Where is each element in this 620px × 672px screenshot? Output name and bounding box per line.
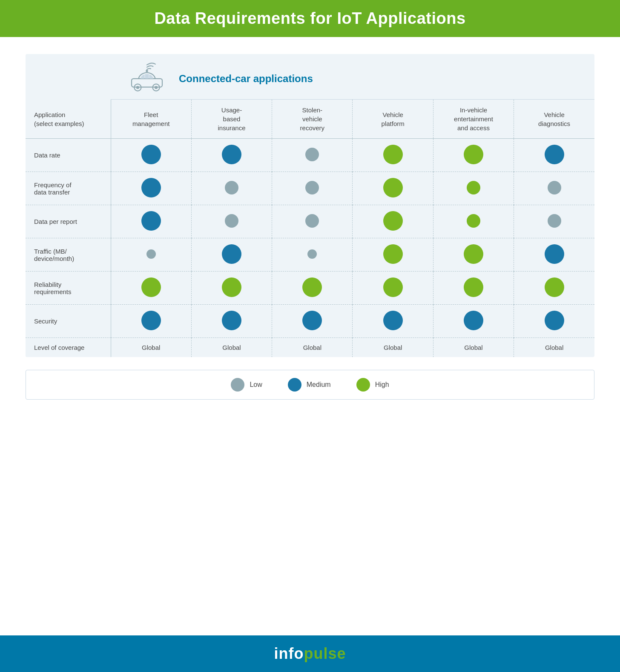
page-title: Data Requirements for IoT Applications <box>17 9 603 28</box>
legend-medium-label: Medium <box>307 381 331 389</box>
table-wrapper: Connected-car applications Application (… <box>26 54 594 357</box>
connected-car-header: Connected-car applications <box>111 54 594 100</box>
level-circle <box>141 311 161 330</box>
table-header-row: Application (select examples) Fleet mana… <box>26 100 594 139</box>
data-cell <box>272 238 353 272</box>
coverage-value: Global <box>384 344 402 351</box>
table-row: Security <box>26 305 594 338</box>
level-circle <box>225 181 238 194</box>
data-cell <box>111 238 191 272</box>
data-cell <box>353 205 433 238</box>
level-circle <box>225 214 238 228</box>
level-circle <box>383 178 403 197</box>
legend-high: High <box>356 378 389 392</box>
data-cell <box>272 272 353 305</box>
level-circle <box>464 244 483 264</box>
legend-high-label: High <box>375 381 389 389</box>
row-label-text: Level of coverage <box>34 344 84 351</box>
data-cell <box>514 305 594 338</box>
level-circle <box>545 244 564 264</box>
data-cell <box>433 272 514 305</box>
row-label-text: Traffic (MB/ device/month) <box>34 248 74 262</box>
coverage-value: Global <box>303 344 321 351</box>
level-circle <box>383 145 403 164</box>
table-row: Traffic (MB/ device/month) <box>26 238 594 272</box>
data-cell <box>433 172 514 205</box>
col-header-stolen: Stolen- vehicle recovery <box>272 100 353 139</box>
row-label-cell: Data per report <box>26 205 111 238</box>
data-cell <box>514 205 594 238</box>
level-circle <box>545 277 564 297</box>
level-circle <box>545 311 564 330</box>
data-cell: Global <box>111 338 191 357</box>
data-cell <box>353 139 433 172</box>
col-header-diagnostics: Vehicle diagnostics <box>514 100 594 139</box>
row-label-cell: Level of coverage <box>26 338 111 357</box>
svg-rect-1 <box>132 79 162 87</box>
connected-car-title: Connected-car applications <box>179 73 313 85</box>
col-header-label: Application (select examples) <box>26 100 111 139</box>
data-cell <box>111 272 191 305</box>
data-cell <box>111 172 191 205</box>
data-cell <box>272 139 353 172</box>
level-circle <box>141 145 161 164</box>
data-cell <box>272 205 353 238</box>
data-cell: Global <box>514 338 594 357</box>
level-circle <box>383 211 403 231</box>
level-circle <box>467 181 480 194</box>
row-label-text: Data rate <box>34 152 60 159</box>
data-cell <box>433 205 514 238</box>
data-cell <box>191 305 272 338</box>
data-cell <box>111 305 191 338</box>
level-circle <box>464 277 483 297</box>
header-bar: Data Requirements for IoT Applications <box>0 0 620 37</box>
row-label-text: Data per report <box>34 218 77 225</box>
table-row: Data rate <box>26 139 594 172</box>
data-cell <box>191 205 272 238</box>
col-header-vehicle: Vehicle platform <box>353 100 433 139</box>
col-header-invehicle: In-vehicle entertainment and access <box>433 100 514 139</box>
legend-high-icon <box>356 378 370 392</box>
level-circle <box>222 277 241 297</box>
coverage-value: Global <box>464 344 482 351</box>
car-icon <box>128 63 166 95</box>
row-label-cell: Traffic (MB/ device/month) <box>26 238 111 272</box>
table-row: Reliability requirements <box>26 272 594 305</box>
table-row: Data per report <box>26 205 594 238</box>
row-label-cell: Reliability requirements <box>26 272 111 305</box>
brand-white: info <box>274 645 304 662</box>
data-cell <box>191 272 272 305</box>
data-cell <box>353 272 433 305</box>
table-row: Level of coverageGlobalGlobalGlobalGloba… <box>26 338 594 357</box>
level-circle <box>307 249 317 259</box>
data-cell <box>433 305 514 338</box>
coverage-value: Global <box>142 344 160 351</box>
row-label-cell: Security <box>26 305 111 338</box>
data-cell <box>272 305 353 338</box>
coverage-value: Global <box>545 344 563 351</box>
row-label-cell: Data rate <box>26 139 111 172</box>
level-circle <box>548 181 561 194</box>
data-cell <box>191 238 272 272</box>
data-cell <box>191 172 272 205</box>
data-cell <box>514 139 594 172</box>
data-table: Application (select examples) Fleet mana… <box>26 100 594 357</box>
level-circle <box>222 145 241 164</box>
brand-green: pulse <box>304 645 346 662</box>
level-circle <box>383 244 403 264</box>
level-circle <box>305 148 319 161</box>
level-circle <box>302 277 322 297</box>
data-cell <box>433 139 514 172</box>
legend-medium-icon <box>288 378 301 392</box>
svg-point-5 <box>155 86 158 89</box>
legend-low-label: Low <box>250 381 262 389</box>
data-cell <box>514 172 594 205</box>
level-circle <box>305 214 319 228</box>
level-circle <box>141 277 161 297</box>
legend-low: Low <box>231 378 262 392</box>
data-cell: Global <box>272 338 353 357</box>
level-circle <box>464 311 483 330</box>
row-label-text: Frequency of data transfer <box>34 181 72 196</box>
data-cell <box>353 172 433 205</box>
level-circle <box>146 249 156 259</box>
